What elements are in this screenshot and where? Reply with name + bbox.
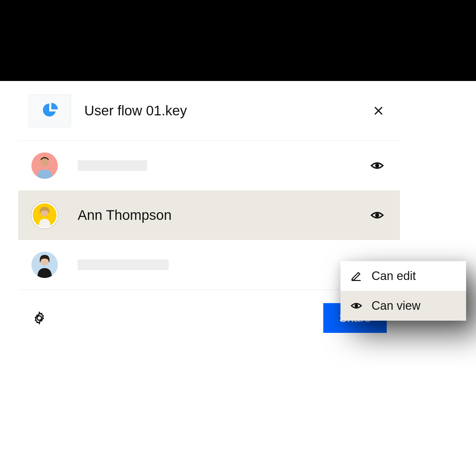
close-icon [373, 105, 384, 116]
person-row[interactable] [18, 141, 400, 190]
svg-point-3 [375, 213, 379, 217]
settings-button[interactable] [31, 310, 47, 326]
pie-chart-icon [41, 102, 59, 119]
person-name-placeholder [78, 259, 169, 270]
eye-icon [350, 300, 362, 312]
avatar [31, 152, 58, 179]
eye-icon [370, 208, 384, 222]
permission-dropdown: Can edit Can view [340, 261, 466, 321]
svg-point-0 [41, 158, 49, 166]
dropdown-item-can-view[interactable]: Can view [340, 291, 466, 321]
file-title: User flow 01.key [84, 103, 370, 119]
top-black-region [0, 0, 476, 81]
avatar [31, 252, 58, 278]
eye-icon [370, 159, 384, 173]
person-name-placeholder [78, 160, 147, 171]
pencil-icon [350, 270, 362, 282]
dropdown-label: Can edit [372, 269, 416, 283]
close-button[interactable] [370, 102, 387, 119]
dropdown-label: Can view [372, 299, 420, 313]
person-name: Ann Thompson [78, 207, 368, 223]
svg-point-5 [355, 304, 358, 308]
file-thumbnail [29, 94, 71, 127]
avatar [31, 202, 58, 228]
svg-point-1 [375, 164, 379, 168]
person-row[interactable]: Ann Thompson [18, 190, 400, 240]
dropdown-item-can-edit[interactable]: Can edit [340, 261, 466, 291]
gear-icon [33, 311, 46, 325]
permission-toggle[interactable] [368, 206, 387, 225]
permission-toggle[interactable] [368, 156, 387, 175]
modal-header: User flow 01.key [18, 81, 400, 141]
